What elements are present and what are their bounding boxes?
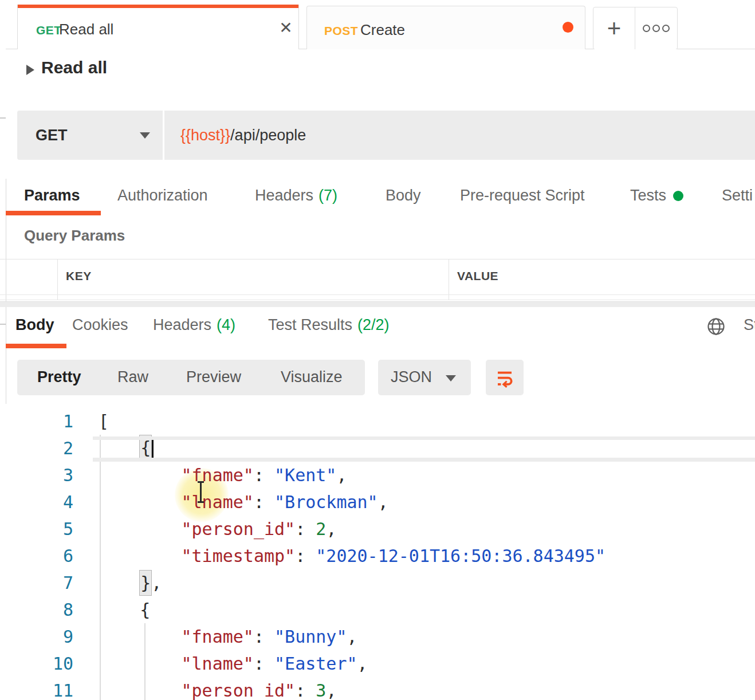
view-mode-group: Pretty Raw Preview Visualize bbox=[17, 360, 365, 395]
language-value: JSON bbox=[391, 368, 432, 386]
more-tabs-icon bbox=[652, 25, 660, 32]
pretty-button[interactable]: Pretty bbox=[37, 368, 81, 386]
code-token: , bbox=[378, 492, 388, 512]
line-number: 7 bbox=[0, 573, 73, 593]
tab-method-post: POST bbox=[324, 24, 358, 38]
unsaved-changes-dot bbox=[563, 22, 573, 33]
code-token bbox=[99, 465, 182, 485]
line-number: 8 bbox=[0, 600, 73, 620]
line-number: 10 bbox=[0, 654, 73, 674]
code-token: , bbox=[336, 465, 347, 485]
new-tab-button[interactable]: + bbox=[593, 7, 635, 49]
code-token: , bbox=[326, 519, 336, 539]
table-divider bbox=[449, 259, 449, 300]
code-token: "person_id" bbox=[182, 681, 296, 700]
code-line: 11 "person_id": 3, bbox=[0, 677, 755, 700]
tab-actions: + bbox=[593, 7, 678, 50]
text-cursor-icon bbox=[200, 482, 202, 502]
value-column-header: VALUE bbox=[457, 269, 498, 283]
code-lines: 1[2 {3 "fname": "Kent",4 "lname": "Brock… bbox=[0, 404, 755, 700]
code-line: 4 "lname": "Brockman", bbox=[0, 489, 755, 516]
table-border bbox=[0, 259, 755, 259]
code-token: "Bunny" bbox=[274, 627, 347, 647]
code-token bbox=[99, 519, 182, 539]
tab-create[interactable]: POST Create bbox=[306, 6, 585, 49]
code-token: : bbox=[254, 465, 274, 485]
code-token bbox=[99, 654, 182, 674]
code-token bbox=[99, 627, 182, 647]
code-token: , bbox=[357, 654, 368, 674]
tab-settings[interactable]: Setti bbox=[722, 187, 753, 205]
code-token: "lname" bbox=[182, 492, 254, 512]
tab-authorization[interactable]: Authorization bbox=[117, 187, 208, 205]
method-select[interactable]: GET bbox=[17, 111, 163, 160]
tab-read-all[interactable]: GET Read all ✕ bbox=[17, 5, 299, 49]
line-number: 4 bbox=[0, 492, 73, 512]
tab-response-headers[interactable]: Headers(4) bbox=[153, 316, 235, 334]
url-row: GET {{host}}/api/people bbox=[6, 95, 755, 179]
code-token: : bbox=[295, 519, 316, 539]
line-number: 6 bbox=[0, 546, 73, 566]
code-line: 5 "person_id": 2, bbox=[0, 516, 755, 542]
more-tabs-button[interactable] bbox=[635, 7, 677, 49]
code-line: 1[ bbox=[0, 408, 755, 435]
test-results-count: (2/2) bbox=[357, 316, 390, 333]
code-line: 8 { bbox=[0, 596, 755, 623]
code-token: 2 bbox=[316, 519, 326, 539]
tab-test-results[interactable]: Test Results(2/2) bbox=[268, 316, 390, 334]
active-tab-underline bbox=[6, 344, 66, 348]
wrap-text-button[interactable] bbox=[486, 360, 524, 395]
code-token: "fname" bbox=[182, 627, 254, 647]
close-tab-icon[interactable]: ✕ bbox=[274, 18, 297, 37]
line-number: 3 bbox=[0, 465, 73, 485]
code-token: , bbox=[151, 573, 162, 593]
matched-bracket: { bbox=[140, 435, 151, 460]
tests-dot-icon bbox=[673, 191, 683, 201]
line-number: 1 bbox=[0, 411, 73, 431]
code-token: : bbox=[295, 681, 316, 700]
pane-splitter[interactable] bbox=[0, 301, 755, 307]
line-number: 9 bbox=[0, 627, 73, 647]
code-line: 10 "lname": "Easter", bbox=[0, 650, 755, 677]
url-path: /api/people bbox=[230, 127, 306, 144]
sidebar-tick bbox=[0, 324, 6, 325]
tab-pre-request-script[interactable]: Pre-request Script bbox=[460, 187, 585, 205]
active-tab-underline bbox=[6, 211, 101, 215]
tab-body[interactable]: Body bbox=[386, 187, 421, 205]
preview-button[interactable]: Preview bbox=[186, 368, 241, 386]
code-line: 3 "fname": "Kent", bbox=[0, 462, 755, 489]
tab-tests[interactable]: Tests bbox=[630, 187, 683, 205]
table-divider bbox=[57, 259, 58, 300]
code-line: 7 }, bbox=[0, 569, 755, 596]
status-label: St bbox=[744, 316, 755, 334]
chevron-down-icon bbox=[446, 375, 456, 382]
table-border bbox=[0, 294, 755, 295]
tab-cookies[interactable]: Cookies bbox=[72, 316, 128, 334]
code-line: 2 { bbox=[0, 435, 755, 462]
response-toolbar: Pretty Raw Preview Visualize JSON bbox=[6, 360, 755, 396]
collapse-arrow-icon[interactable] bbox=[26, 65, 34, 75]
response-tabs: Body Cookies Headers(4) Test Results(2/2… bbox=[6, 309, 755, 349]
code-token: "lname" bbox=[182, 654, 254, 674]
tab-response-body[interactable]: Body bbox=[15, 316, 54, 334]
tab-headers[interactable]: Headers(7) bbox=[255, 187, 337, 205]
active-tab-indicator bbox=[18, 5, 298, 8]
code-token bbox=[99, 681, 182, 700]
tab-method-get: GET bbox=[36, 23, 62, 37]
table-border bbox=[0, 300, 755, 300]
request-header: Read all bbox=[6, 49, 755, 96]
tab-params[interactable]: Params bbox=[24, 187, 80, 205]
line-number: 5 bbox=[0, 519, 73, 539]
url-input[interactable]: {{host}}/api/people bbox=[164, 111, 755, 160]
code-token: , bbox=[347, 627, 357, 647]
code-token: : bbox=[254, 492, 274, 512]
response-body-viewer[interactable]: 1[2 {3 "fname": "Kent",4 "lname": "Brock… bbox=[0, 404, 755, 700]
globe-icon[interactable] bbox=[706, 316, 726, 339]
method-value: GET bbox=[36, 111, 68, 160]
code-token bbox=[99, 492, 182, 512]
code-line: 6 "timestamp": "2020-12-01T16:50:36.8434… bbox=[0, 542, 755, 569]
language-select[interactable]: JSON bbox=[378, 360, 471, 395]
response-headers-count: (4) bbox=[217, 316, 235, 333]
visualize-button[interactable]: Visualize bbox=[281, 368, 343, 386]
raw-button[interactable]: Raw bbox=[117, 368, 148, 386]
